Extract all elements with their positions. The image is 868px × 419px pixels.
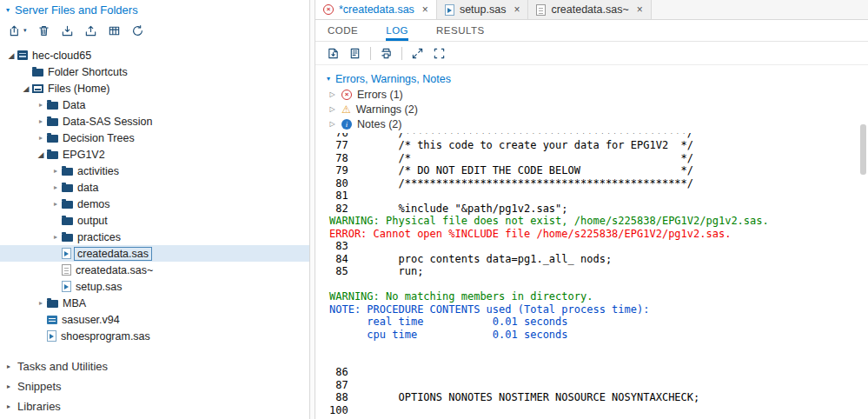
refresh-icon[interactable] <box>131 24 144 37</box>
view-tab-bar: CODELOGRESULTS <box>315 20 868 42</box>
close-icon[interactable]: × <box>422 3 428 16</box>
log-line: 87 <box>329 379 868 392</box>
sidebar-section-libraries[interactable]: ▸Libraries <box>0 396 309 416</box>
error-icon: × <box>323 4 334 15</box>
close-icon[interactable]: × <box>637 3 643 16</box>
expander-icon[interactable]: ◢ <box>5 51 17 60</box>
tab-setup-sas[interactable]: setup.sas× <box>437 0 529 19</box>
editor-panel: ×*createdata.sas×setup.sas×createdata.sa… <box>315 0 868 419</box>
expand-icon: ▸ <box>7 382 10 390</box>
download-icon[interactable] <box>61 24 74 37</box>
expand-icon[interactable]: ▷ <box>328 90 336 98</box>
messages-header[interactable]: ▾ Errors, Warnings, Notes <box>327 70 868 87</box>
sas-program-icon <box>445 4 454 16</box>
expander-icon[interactable]: ▸ <box>50 233 62 241</box>
tree-item-files-home[interactable]: ◢Files (Home) <box>0 80 309 96</box>
expand-icon[interactable]: ▷ <box>328 120 336 128</box>
expand-icon: ▸ <box>7 402 10 410</box>
upload-icon[interactable] <box>84 24 97 37</box>
tree-item-output[interactable]: output <box>0 212 309 229</box>
section-label: Libraries <box>17 400 61 413</box>
tree-item-demos[interactable]: ▸demos <box>0 196 309 212</box>
maximize-icon[interactable] <box>433 47 446 60</box>
expander-icon[interactable]: ▸ <box>50 183 62 191</box>
message-group-warnings-2[interactable]: ▷⚠Warnings (2) <box>327 102 868 116</box>
tree-item-hec-cloud65[interactable]: ◢hec-cloud65 <box>0 47 309 63</box>
expander-icon[interactable]: ◢ <box>20 84 32 93</box>
expander-icon[interactable]: ◢ <box>35 150 47 159</box>
warning-icon: ⚠ <box>341 104 351 115</box>
tree-item-label: createdata.sas~ <box>76 264 153 276</box>
new-item-icon[interactable]: ▾ <box>9 24 27 37</box>
folder-icon <box>32 69 43 76</box>
tree-item-data[interactable]: ▸data <box>0 179 309 196</box>
log-line: 85 run; <box>329 265 868 278</box>
tree-item-activities[interactable]: ▸activities <box>0 163 309 179</box>
tree-item-data-sas-session[interactable]: ▸Data-SAS Session <box>0 113 309 130</box>
tree-item-label: data <box>77 182 98 194</box>
expander-icon[interactable]: ▸ <box>35 134 47 142</box>
tree-item-label: Folder Shortcuts <box>48 66 128 78</box>
folder-icon <box>47 151 58 159</box>
tree-item-createdata-sas[interactable]: createdata.sas <box>0 245 309 262</box>
print-icon[interactable] <box>380 47 393 60</box>
folder-icon <box>62 184 73 192</box>
expander-icon[interactable]: ▸ <box>50 200 62 208</box>
log-line: 80 /************************************… <box>329 177 868 190</box>
log-view: ▾ Errors, Warnings, Notes ▷×Errors (1)▷⚠… <box>315 65 868 419</box>
tree-item-createdata-sas[interactable]: createdata.sas~ <box>0 262 309 278</box>
tree-item-label: demos <box>77 198 110 210</box>
folder-icon <box>62 201 73 209</box>
sidebar-section-snippets[interactable]: ▸Snippets <box>0 376 309 396</box>
expander-icon[interactable]: ▸ <box>35 117 47 125</box>
tree-item-data[interactable]: ▸Data <box>0 96 309 113</box>
expand-icon: ▸ <box>7 362 10 370</box>
section-label: Snippets <box>17 380 62 393</box>
log-line: 79 /* DO NOT EDIT THE CODE BELOW */ <box>329 164 868 177</box>
tree-item-mba[interactable]: ▸MBA <box>0 295 309 311</box>
scrollbar-thumb[interactable] <box>860 124 866 175</box>
tree-item-practices[interactable]: ▸practices <box>0 229 309 245</box>
open-new-window-icon[interactable] <box>411 47 424 60</box>
tree-item-label: createdata.sas <box>74 247 152 261</box>
sas-program-icon <box>47 330 56 342</box>
folder-icon <box>47 118 58 126</box>
subtab-results[interactable]: RESULTS <box>436 20 485 41</box>
tab-label: *createdata.sas <box>339 3 414 16</box>
collapse-icon[interactable]: ▾ <box>6 6 10 14</box>
log-line: ERROR: Cannot open %INCLUDE file /home/s… <box>329 228 868 241</box>
close-icon[interactable]: × <box>514 3 520 16</box>
subtab-code[interactable]: CODE <box>328 20 358 41</box>
tree-item-decision-trees[interactable]: ▸Decision Trees <box>0 130 309 146</box>
tree-item-label: output <box>77 215 108 227</box>
table-icon[interactable] <box>108 24 121 37</box>
log-line: real time 0.01 seconds <box>329 316 868 329</box>
log-line: 81 <box>329 190 868 203</box>
toolbar-separator <box>370 47 371 60</box>
log-line <box>329 341 868 354</box>
tree-item-shoesprogram-sas[interactable]: shoesprogram.sas <box>0 328 309 344</box>
expander-icon[interactable]: ▸ <box>35 101 47 109</box>
sidebar-header[interactable]: ▾ Server Files and Folders <box>0 0 309 19</box>
tree-item-label: Data-SAS Session <box>63 116 153 128</box>
message-group-errors-1[interactable]: ▷×Errors (1) <box>327 87 868 102</box>
expander-icon[interactable]: ▸ <box>35 299 47 307</box>
expand-icon[interactable]: ▷ <box>328 105 336 113</box>
panel-splitter[interactable] <box>309 0 315 419</box>
message-group-notes-2[interactable]: ▷iNotes (2) <box>327 116 868 131</box>
expander-icon[interactable]: ▸ <box>50 167 62 175</box>
log-line: 100 <box>329 404 868 417</box>
log-line: 76 /************************************… <box>329 133 868 139</box>
tree-item-folder-shortcuts[interactable]: Folder Shortcuts <box>0 63 309 80</box>
tab-createdata-sas[interactable]: ×*createdata.sas× <box>315 0 437 19</box>
trash-icon[interactable] <box>37 24 50 37</box>
tab-createdata-sas[interactable]: createdata.sas~× <box>528 0 651 19</box>
tree-item-epg1v2[interactable]: ◢EPG1V2 <box>0 146 309 163</box>
tree-item-sasuser-v94[interactable]: sasuser.v94 <box>0 311 309 328</box>
sidebar-section-tasks-and-utilities[interactable]: ▸Tasks and Utilities <box>0 356 309 376</box>
download-log-icon[interactable] <box>348 47 361 60</box>
save-log-icon[interactable] <box>327 47 340 60</box>
tree-item-setup-sas[interactable]: setup.sas <box>0 278 309 295</box>
sidebar-title: Server Files and Folders <box>15 3 138 17</box>
subtab-log[interactable]: LOG <box>386 20 408 41</box>
